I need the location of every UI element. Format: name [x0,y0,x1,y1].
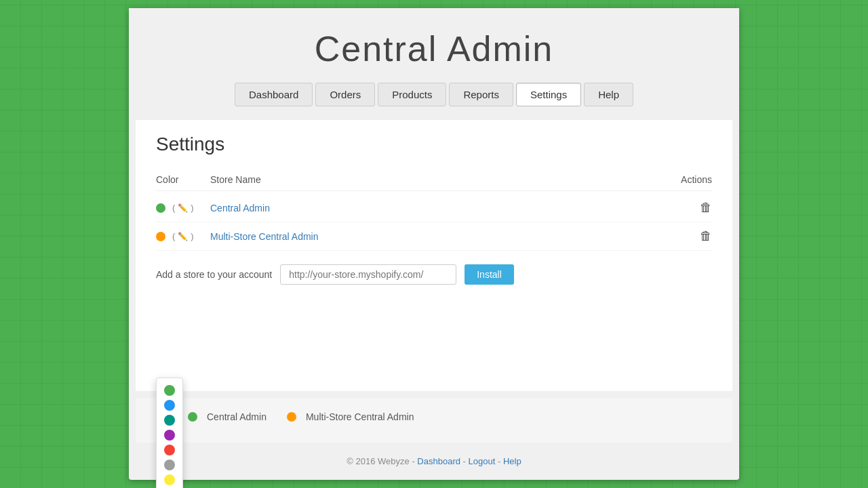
edit-icon-2[interactable]: ✏️ [178,232,188,241]
table-row: ( ✏️ ) Multi-Store Central Admin 🗑 [156,222,712,251]
nav-bar: Dashboard Orders Products Reports Settin… [129,83,739,120]
header: Central Admin [129,8,739,83]
legend-dot-2 [287,412,296,422]
color-dot-1[interactable] [156,203,165,213]
legend-label-1: Central Admin [207,411,267,422]
add-store-label: Add a store to your account [156,269,272,280]
picker-color-yellow[interactable] [164,474,175,485]
color-cell-1: ( ✏️ ) [156,203,210,213]
nav-products[interactable]: Products [378,83,446,106]
table-header: Color Store Name Actions [156,169,712,191]
store-url-input[interactable] [280,264,456,285]
footer-logout-link[interactable]: Logout [469,456,496,466]
footer-help-link[interactable]: Help [503,456,521,466]
color-cell-2: ( ✏️ ) [156,231,210,241]
legend-row: ⚙️ Central Admin Multi-Store Central Adm… [156,411,712,422]
picker-color-blue[interactable] [164,400,175,411]
picker-color-gray[interactable] [164,460,175,470]
col-header-store: Store Name [210,174,658,185]
store-link-2[interactable]: Multi-Store Central Admin [210,231,658,242]
settings-title: Settings [156,134,712,155]
footer-copyright: © 2016 Webyze - [347,456,417,466]
footer-dashboard-link[interactable]: Dashboard [417,456,460,466]
picker-color-red[interactable] [164,445,175,455]
picker-color-green[interactable] [164,385,175,396]
install-button[interactable]: Install [465,264,514,285]
nav-dashboard[interactable]: Dashboard [235,83,313,106]
main-container: Central Admin Dashboard Orders Products … [129,8,739,480]
nav-orders[interactable]: Orders [315,83,375,106]
content-panel: Settings Color Store Name Actions ( ✏️ )… [136,120,732,391]
add-store-section: Add a store to your account Install [156,251,712,291]
picker-color-purple[interactable] [164,430,175,441]
legend-section: ⚙️ Central Admin Multi-Store Central Adm… [136,398,732,443]
legend-label-2: Multi-Store Central Admin [306,411,414,422]
color-picker-dropdown [156,378,183,488]
legend-item-2: Multi-Store Central Admin [287,411,414,422]
delete-button-2[interactable]: 🗑 [658,229,712,243]
picker-color-teal[interactable] [164,415,175,426]
delete-button-1[interactable]: 🗑 [658,201,712,215]
edit-icon-1[interactable]: ✏️ [178,203,188,213]
footer: © 2016 Webyze - Dashboard - Logout - Hel… [129,443,739,480]
legend-dot-1 [188,412,197,422]
legend-item-1: Central Admin [188,411,267,422]
col-header-color: Color [156,174,210,185]
nav-settings[interactable]: Settings [516,83,581,106]
nav-reports[interactable]: Reports [449,83,513,106]
color-dot-2[interactable] [156,232,165,241]
table-row: ( ✏️ ) Central Admin 🗑 [156,194,712,222]
store-link-1[interactable]: Central Admin [210,203,658,214]
app-title: Central Admin [142,28,726,69]
nav-help[interactable]: Help [584,83,633,106]
col-header-actions: Actions [658,174,712,185]
